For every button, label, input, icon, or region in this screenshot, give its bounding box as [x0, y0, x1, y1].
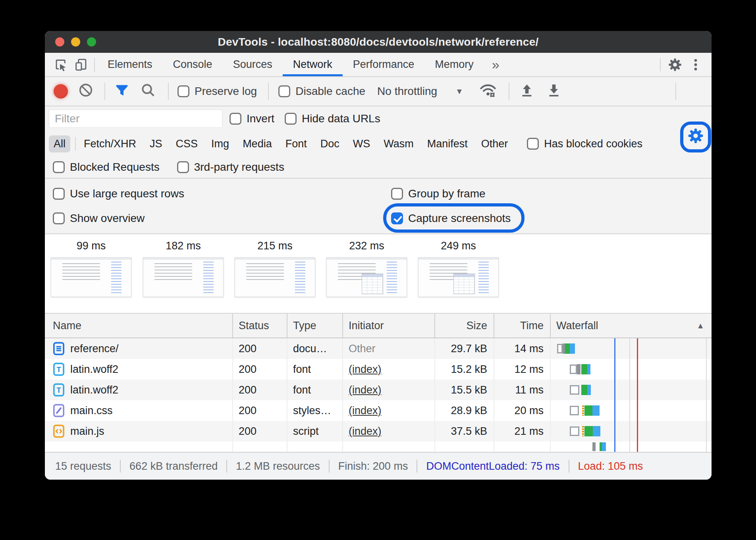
search-network-button[interactable]: [140, 82, 156, 101]
clear-icon: [78, 83, 93, 98]
waterfall-bar: [551, 421, 712, 442]
import-har-button[interactable]: [519, 82, 535, 101]
zoom-button[interactable]: [87, 37, 96, 46]
tab-network[interactable]: Network: [283, 53, 343, 76]
request-initiator-link[interactable]: (index): [349, 405, 382, 417]
column-header-waterfall[interactable]: Waterfall ▲: [551, 314, 712, 338]
document-icon: [53, 342, 65, 355]
table-row[interactable]: main.js 200 script (index) 37.5 kB 21 ms: [45, 421, 712, 442]
more-tabs-button[interactable]: »: [484, 53, 507, 76]
invert-label: Invert: [247, 112, 274, 125]
request-initiator-link[interactable]: (index): [349, 425, 382, 438]
upload-icon: [519, 82, 535, 98]
frame-timestamp: 232 ms: [326, 240, 407, 253]
chip-font[interactable]: Font: [281, 135, 312, 152]
filter-input[interactable]: [49, 110, 222, 128]
filter-row: Invert Hide data URLs: [45, 106, 712, 131]
invert-checkbox[interactable]: [230, 113, 241, 125]
network-conditions-button[interactable]: [479, 82, 497, 101]
network-settings-button[interactable]: [687, 127, 704, 147]
chip-css[interactable]: CSS: [171, 135, 203, 152]
column-header-status[interactable]: Status: [233, 314, 287, 338]
request-type: script: [287, 421, 343, 442]
tab-performance[interactable]: Performance: [343, 53, 425, 76]
wifi-gear-icon: [479, 82, 497, 98]
preserve-log-checkbox[interactable]: [177, 85, 189, 97]
resources-size: 1.2 MB resources: [236, 460, 320, 472]
gear-icon: [687, 127, 704, 144]
has-blocked-cookies-checkbox[interactable]: [527, 138, 539, 150]
export-har-button[interactable]: [546, 82, 562, 101]
waterfall-bar: [551, 359, 712, 380]
stylesheet-icon: [53, 404, 65, 417]
filter-toggle-button[interactable]: [114, 82, 130, 101]
chip-img[interactable]: Img: [206, 135, 234, 152]
summary-separator: [569, 460, 569, 472]
request-initiator-link[interactable]: (index): [349, 384, 382, 396]
toolbar-separator: [104, 83, 105, 100]
group-by-frame-checkbox[interactable]: [391, 188, 403, 200]
frame-thumbnail[interactable]: [143, 257, 224, 297]
column-header-size[interactable]: Size: [435, 314, 494, 338]
table-row[interactable]: main.css 200 styles… (index) 28.9 kB 20 …: [45, 400, 712, 421]
hide-data-urls-checkbox[interactable]: [285, 113, 297, 125]
devtools-menu-button[interactable]: [685, 58, 706, 71]
clear-network-log-button[interactable]: [78, 83, 93, 100]
table-row[interactable]: reference/ 200 docu… Other 29.7 kB 14 ms: [45, 338, 712, 359]
third-party-requests-checkbox[interactable]: [177, 161, 189, 173]
capture-screenshots-annotation-ring: [383, 203, 525, 233]
chip-other[interactable]: Other: [476, 135, 513, 152]
chip-doc[interactable]: Doc: [316, 135, 344, 152]
devtools-window: DevTools - localhost:8080/docs/devtools/…: [45, 31, 712, 480]
throttling-select[interactable]: No throttling ▼: [377, 85, 463, 98]
column-header-time[interactable]: Time: [494, 314, 551, 338]
request-type: docu…: [287, 338, 343, 359]
chip-all[interactable]: All: [49, 135, 70, 152]
devtools-settings-button[interactable]: [665, 58, 685, 72]
frame-thumbnail[interactable]: [235, 257, 315, 297]
frame-thumbnail[interactable]: [418, 257, 499, 297]
filmstrip-frame: 249 ms: [418, 240, 499, 297]
column-header-initiator[interactable]: Initiator: [343, 314, 435, 338]
chip-manifest[interactable]: Manifest: [422, 135, 472, 152]
tab-elements[interactable]: Elements: [97, 53, 163, 76]
blocked-requests-checkbox[interactable]: [53, 161, 65, 173]
inspect-element-button[interactable]: [50, 53, 71, 76]
table-row[interactable]: T latin.woff2 200 font (index) 15.5 kB 1…: [45, 380, 712, 400]
minimize-button[interactable]: [71, 37, 80, 46]
table-row[interactable]: T latin.woff2 200 font (index) 15.2 kB 1…: [45, 359, 712, 380]
tabbar-separator: [94, 58, 95, 72]
chip-js[interactable]: JS: [145, 135, 167, 152]
frame-timestamp: 99 ms: [51, 240, 131, 253]
close-button[interactable]: [55, 37, 64, 46]
tab-memory[interactable]: Memory: [424, 53, 484, 76]
tab-console[interactable]: Console: [163, 53, 223, 76]
script-icon: [53, 424, 65, 438]
chip-wasm[interactable]: Wasm: [379, 135, 418, 152]
show-overview-checkbox[interactable]: [53, 212, 65, 224]
waterfall-bar: [551, 400, 712, 421]
table-row-partial[interactable]: [45, 442, 712, 452]
disable-cache-checkbox[interactable]: [278, 85, 290, 97]
request-status: 200: [233, 400, 287, 421]
use-large-request-rows-checkbox[interactable]: [53, 188, 65, 200]
request-type: styles…: [287, 400, 343, 421]
chip-media[interactable]: Media: [238, 135, 277, 152]
column-header-name[interactable]: Name: [45, 314, 233, 338]
request-time: 12 ms: [494, 359, 551, 380]
record-network-log-button[interactable]: [54, 84, 68, 98]
finish-time: Finish: 200 ms: [338, 460, 408, 472]
column-header-type[interactable]: Type: [287, 314, 343, 338]
toggle-device-toolbar-button[interactable]: [71, 53, 92, 76]
font-icon: T: [53, 363, 65, 376]
frame-thumbnail[interactable]: [51, 257, 131, 297]
waterfall-bar: [551, 380, 712, 400]
chip-ws[interactable]: WS: [348, 135, 375, 152]
frame-thumbnail[interactable]: [326, 257, 407, 297]
show-overview-label: Show overview: [70, 212, 145, 225]
request-initiator-link[interactable]: (index): [349, 363, 382, 376]
chip-fetch-xhr[interactable]: Fetch/XHR: [79, 135, 141, 152]
requests-table-header: Name Status Type Initiator Size Time Wat…: [45, 314, 712, 338]
resource-type-filter-row: All Fetch/XHR JS CSS Img Media Font Doc …: [45, 131, 712, 156]
tab-sources[interactable]: Sources: [223, 53, 283, 76]
